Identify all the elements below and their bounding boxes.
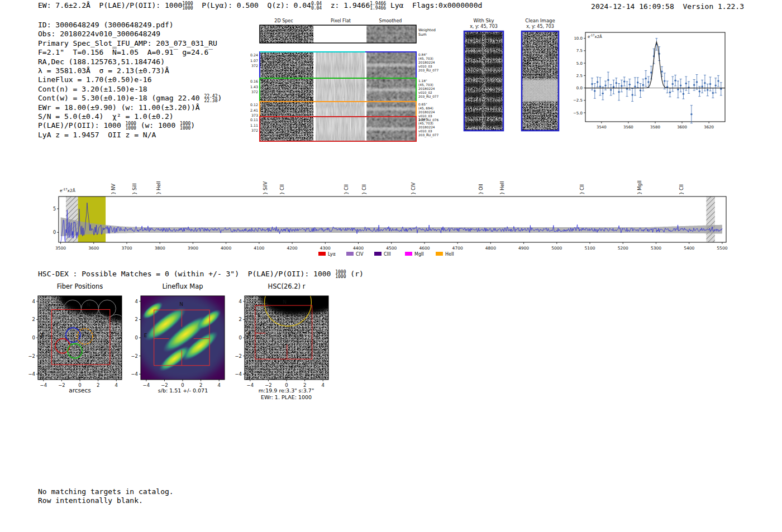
spectrum-data-point: [693, 84, 695, 86]
lineflux-map-plot-ytick-label: −4: [131, 371, 138, 377]
zoom-xtick-label: 3560: [623, 125, 633, 130]
marker-brace: {: [579, 191, 585, 195]
emission-line-marker-label: CII: [679, 184, 684, 190]
with-sky-subtitle: x, y: 45, 703: [470, 24, 498, 29]
marker-brace: {: [111, 191, 116, 195]
stacked-fraction: 22.4222.38: [204, 94, 217, 103]
zoom-xtick-label: 3540: [597, 125, 607, 130]
hsc-dex-line: HSC-DEX : Possible Matches = 0 (within +…: [38, 270, 364, 279]
spectrum-xtick-label: 4200: [287, 246, 298, 251]
spec2d-row-right-label: 0.65": [418, 103, 427, 106]
spectrum-data-point: [685, 83, 687, 84]
spectrum-data-point: [674, 80, 676, 82]
emission-line-marker-label: MgII: [637, 180, 642, 190]
hsc-cutout-title: HSC(26.2) r: [245, 282, 328, 290]
info-line: RA,Dec (188.125763,51.184746): [38, 57, 222, 66]
hsc-cutout-plot-xtick-label: 4: [322, 382, 325, 388]
spec2d-row-right-label: 20180224: [418, 126, 435, 129]
lineflux-map-plot-xtick-label: 0: [181, 382, 184, 388]
fiber-positions-plot: NE−4−4−2−2002244: [16, 291, 130, 392]
info-line: LineFlux = 1.70(±0.50)e-16: [38, 75, 222, 84]
spectrum-ytick-label: 5: [53, 207, 56, 212]
marker-brace: {: [279, 191, 285, 195]
hsc-cutout-plot-xtick-label: −2: [265, 382, 272, 388]
spectrum-data-point: [604, 84, 606, 86]
spec2d-row-right-label: 20180224: [418, 61, 435, 64]
spectrum-data-point: [680, 84, 681, 86]
info-line: Primary Spec_Slot_IFU_AMP: 203_073_031_R…: [38, 39, 222, 48]
info-line: ID: 3000648249 (3000648249.pdf): [38, 21, 222, 30]
spectrum-data-point: [677, 89, 679, 90]
fiber-positions-plot-xtick-label: −2: [58, 382, 65, 388]
marker-brace: {: [132, 191, 137, 195]
spec2d-row-left-label: 372: [251, 64, 258, 68]
legend-label: HeII: [445, 252, 454, 257]
fiber-pixelflat-image: [316, 78, 365, 102]
spec2d-row-left-label: 0.11: [250, 118, 258, 122]
spec2d-row-left-label: 373: [251, 113, 258, 117]
spectrum-xtick-label: 5200: [618, 246, 628, 251]
compass-east-label: E: [248, 331, 251, 337]
legend-label: Lyα: [328, 252, 336, 257]
stacked-fraction: 10001000: [180, 122, 190, 130]
clean-image-title: Clean Image: [525, 18, 555, 23]
spec2d-row-right-label: (45, 694): [418, 107, 433, 110]
fiber-pixelflat-image: [316, 102, 365, 117]
hsc-cutout-plot-ytick-label: 4: [239, 299, 242, 304]
legend-swatch: [436, 252, 443, 256]
lineflux-map-plot-ytick-label: 0: [135, 335, 138, 341]
elixer-report-page: EW: 7.6±2.2Å P(LAE)/P(OII): 100010001000…: [0, 0, 782, 532]
spectrum-data-point: [717, 80, 719, 82]
spectrum-data-point: [599, 85, 601, 87]
spectrum-data-point: [701, 85, 703, 87]
spectrum-xtick-label: 3800: [155, 246, 165, 251]
stacked-fraction: 10001000: [182, 2, 193, 10]
compass-north-label: N: [179, 301, 183, 307]
fiber-2dspec-image: [260, 52, 313, 78]
spectrum-data-point: [664, 80, 665, 82]
spec2d-row-left-label: 1.43: [250, 85, 258, 89]
spec2d-row-right-label: v010_02: [418, 91, 432, 95]
spectrum-xtick-label: 4000: [221, 246, 231, 251]
footer-block: No matching targets in catalog.Row inten…: [38, 487, 174, 505]
spec2d-row-right-label: 203_RU_077: [418, 69, 439, 73]
compass-north-label: N: [87, 302, 90, 308]
legend-swatch: [346, 252, 354, 256]
emission-line-marker-label: CII: [361, 184, 367, 190]
spectrum-data-point: [616, 82, 617, 84]
hsc-cutout-plot-ytick-label: −2: [235, 353, 242, 359]
spec2d-row-right-label: 20180224: [418, 111, 435, 114]
spectrum-xtick-label: 3700: [121, 246, 132, 251]
zoom-ytick-label: −2.5: [573, 98, 583, 103]
emission-line-marker-label: CII: [279, 184, 285, 190]
fiber-positions-plot-xtick-label: 4: [115, 382, 118, 388]
info-block: ID: 3000648249 (3000648249.pdf)Obs: 2018…: [38, 21, 222, 140]
marker-brace: {: [478, 191, 484, 195]
with-sky-panel: With Skyx, y: 45, 703: [459, 17, 515, 137]
spectrum-data-point: [699, 90, 700, 92]
hsc-caption-2: EWr: 1. PLAE: 1000: [237, 394, 335, 400]
legend-swatch: [405, 252, 412, 256]
marker-brace: {: [499, 191, 505, 195]
zoom-ytick-label: 2.5: [576, 74, 583, 78]
info-line: Cont(n) = 3.20(±1.50)e-18: [38, 85, 222, 94]
spectrum-xtick-label: 3900: [188, 246, 198, 251]
fiber-positions-plot-ytick-label: −2: [28, 353, 35, 359]
spec2d-row-right-label: 1.18": [418, 79, 427, 83]
spectrum-data-point: [714, 84, 716, 86]
emission-line-marker-label: NV: [111, 184, 116, 190]
spectrum-xtick-label: 5300: [651, 246, 661, 251]
spectrum-data-point: [704, 82, 705, 84]
lineflux-map-plot-ytick-label: 2: [135, 317, 138, 322]
legend-label: MgII: [414, 252, 424, 257]
footer-line: Row intentionally blank.: [38, 496, 174, 505]
lineflux-map-plot-xtick-label: −4: [143, 382, 150, 388]
footer-line: No matching targets in catalog.: [38, 487, 174, 496]
emission-line-marker-label: CII: [344, 184, 349, 190]
zoom-ytick-label: 5.0: [576, 61, 583, 66]
spectrum-data-point: [712, 92, 714, 94]
spec2d-row-right-label: v010_03: [418, 130, 432, 133]
info-line: EWr = 18.00(±9.90) (w: 11.00(±3.20))Å: [38, 103, 222, 112]
zoom-ytick-label: 7.5: [576, 49, 583, 53]
lineflux-map-plot-xtick-label: 2: [199, 382, 202, 388]
